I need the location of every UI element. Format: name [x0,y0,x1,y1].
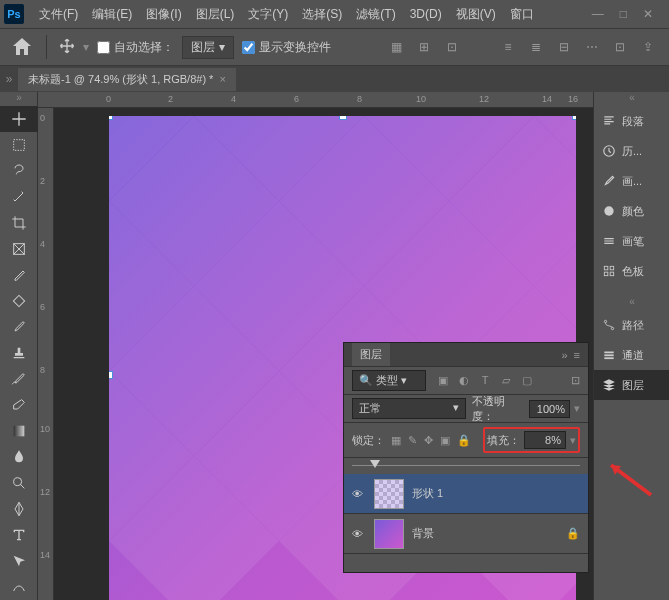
transform-handle[interactable] [109,371,113,379]
document-tab[interactable]: 未标题-1 @ 74.9% (形状 1, RGB/8#) * × [18,68,236,91]
blend-mode-dropdown[interactable]: 正常▾ [352,398,466,419]
panel-paths[interactable]: 路径 [594,310,669,340]
panel-channels[interactable]: 通道 [594,340,669,370]
menu-window[interactable]: 窗口 [503,6,541,23]
path-tool[interactable] [0,548,38,574]
menu-view[interactable]: 视图(V) [449,6,503,23]
menu-edit[interactable]: 编辑(E) [85,6,139,23]
transform-handle[interactable] [339,116,347,120]
menu-image[interactable]: 图像(I) [139,6,188,23]
lock-icon: 🔒 [566,527,580,540]
visibility-toggle-icon[interactable]: 👁 [352,528,366,540]
share-icon[interactable]: ⇪ [637,40,659,54]
align-icon[interactable]: ▦ [385,40,407,54]
align-icon[interactable]: ⊞ [413,40,435,54]
filter-smart-icon[interactable]: ▢ [520,374,534,387]
distribute-icon[interactable]: ⊟ [553,40,575,54]
history-brush-tool[interactable] [0,366,38,392]
auto-select-checkbox[interactable]: 自动选择： [97,39,174,56]
eyedropper-tool[interactable] [0,262,38,288]
menu-3d[interactable]: 3D(D) [403,7,449,21]
minimize-icon[interactable]: — [592,7,604,21]
move-tool[interactable] [0,106,38,132]
shape-tool[interactable] [0,574,38,600]
transform-handle[interactable] [572,116,576,120]
pen-tool[interactable] [0,496,38,522]
panel-paragraph[interactable]: 段落 [594,106,669,136]
eraser-tool[interactable] [0,392,38,418]
filter-pixel-icon[interactable]: ▣ [436,374,450,387]
crop-tool[interactable] [0,210,38,236]
fill-dropdown-icon[interactable]: ▾ [570,434,576,447]
panels-collapse-icon[interactable]: « [594,296,669,310]
marquee-tool[interactable] [0,132,38,158]
panel-swatches[interactable]: 色板 [594,256,669,286]
visibility-toggle-icon[interactable]: 👁 [352,488,366,500]
healing-tool[interactable] [0,288,38,314]
type-tool[interactable] [0,522,38,548]
more-icon[interactable]: ⋯ [581,40,603,54]
menu-type[interactable]: 文字(Y) [241,6,295,23]
ruler-vertical[interactable]: 02468101214 [38,108,54,600]
move-tool-icon[interactable] [59,38,75,57]
panel-history[interactable]: 历... [594,136,669,166]
filter-toggle-icon[interactable]: ⊡ [571,374,580,387]
menu-file[interactable]: 文件(F) [32,6,85,23]
panel-menu-icon[interactable]: ≡ [574,349,580,361]
layers-panel[interactable]: 图层 »≡ 🔍 类型 ▾ ▣ ◐ T ▱ ▢ ⊡ 正常▾ 不透明度： 100% … [343,342,589,573]
blur-tool[interactable] [0,444,38,470]
layer-thumbnail[interactable] [374,519,404,549]
align-icon[interactable]: ⊡ [441,40,463,54]
panel-brushes[interactable]: 画... [594,166,669,196]
svg-rect-3 [14,426,25,437]
lock-all-icon[interactable]: 🔒 [457,434,471,447]
panel-layers[interactable]: 图层 [594,370,669,400]
frame-tool[interactable] [0,236,38,262]
transform-handle[interactable] [109,116,113,120]
toolbar-collapse-icon[interactable]: » [0,92,38,106]
lasso-tool[interactable] [0,158,38,184]
stamp-tool[interactable] [0,340,38,366]
opacity-value[interactable]: 100% [529,400,570,418]
filter-type-icon[interactable]: T [478,374,492,387]
lock-pixels-icon[interactable]: ▦ [391,434,401,447]
layer-item-background[interactable]: 👁 背景 🔒 [344,514,588,554]
maximize-icon[interactable]: □ [620,7,627,21]
layers-panel-tab[interactable]: 图层 [352,343,390,366]
layer-name[interactable]: 形状 1 [412,486,580,501]
panel-brush-settings[interactable]: 画笔 [594,226,669,256]
layer-name[interactable]: 背景 [412,526,558,541]
distribute-icon[interactable]: ≣ [525,40,547,54]
tab-chevron-icon[interactable]: » [0,72,18,86]
auto-select-target-dropdown[interactable]: 图层▾ [182,36,234,59]
ruler-horizontal[interactable]: 0246810121416 [38,92,593,108]
layer-thumbnail[interactable] [374,479,404,509]
menu-filter[interactable]: 滤镜(T) [349,6,402,23]
close-tab-icon[interactable]: × [219,73,225,85]
opacity-dropdown-icon[interactable]: ▾ [574,402,580,415]
panel-color[interactable]: 颜色 [594,196,669,226]
brush-tool[interactable] [0,314,38,340]
fill-value[interactable]: 8% [524,431,566,449]
layer-item-shape1[interactable]: 👁 形状 1 [344,474,588,514]
fill-slider[interactable] [352,460,580,472]
gradient-tool[interactable] [0,418,38,444]
lock-brush-icon[interactable]: ✎ [408,434,417,447]
show-transform-checkbox[interactable]: 显示变换控件 [242,39,331,56]
menu-select[interactable]: 选择(S) [295,6,349,23]
lock-artboard-icon[interactable]: ▣ [440,434,450,447]
filter-shape-icon[interactable]: ▱ [499,374,513,387]
layer-filter-dropdown[interactable]: 🔍 类型 ▾ [352,370,426,391]
svg-rect-6 [604,266,608,270]
lock-position-icon[interactable]: ✥ [424,434,433,447]
panel-collapse-icon[interactable]: » [561,349,567,361]
panels-collapse-icon[interactable]: « [594,92,669,106]
mode-icon[interactable]: ⊡ [609,40,631,54]
menu-layer[interactable]: 图层(L) [189,6,242,23]
filter-adjust-icon[interactable]: ◐ [457,374,471,387]
wand-tool[interactable] [0,184,38,210]
dodge-tool[interactable] [0,470,38,496]
distribute-icon[interactable]: ≡ [497,40,519,54]
close-icon[interactable]: ✕ [643,7,653,21]
home-icon[interactable] [10,35,34,59]
